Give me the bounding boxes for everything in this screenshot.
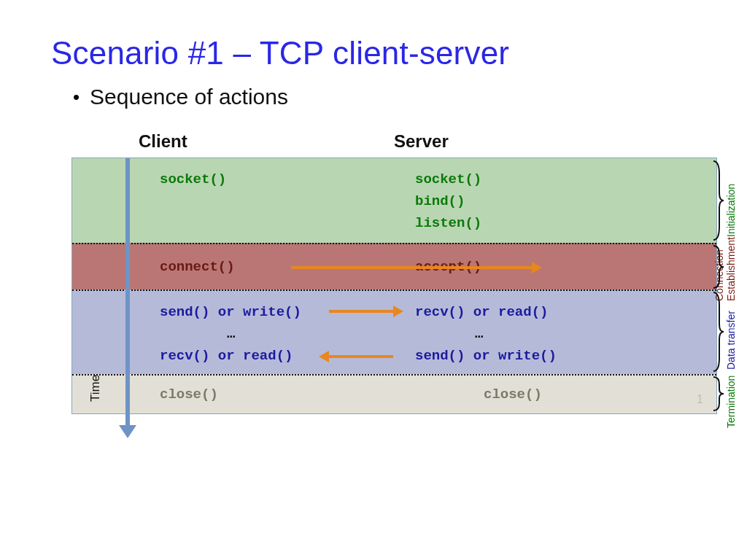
call-socket-server: socket() bbox=[415, 168, 716, 190]
call-socket-client: socket() bbox=[160, 168, 415, 190]
data-client-col: send() or write() … recv() or read() bbox=[72, 291, 415, 374]
ellipsis-client: … bbox=[160, 323, 415, 345]
init-client-col: socket() bbox=[72, 158, 415, 243]
data-server-col: recv() or read() … send() or write() bbox=[415, 291, 716, 374]
phase-init-label: Initialization bbox=[725, 167, 737, 237]
call-close-client: close() bbox=[160, 386, 218, 402]
arrow-recv-from-send bbox=[329, 355, 393, 358]
phase-est-label: Connection Establishment bbox=[713, 231, 737, 301]
term-server-col: close() bbox=[415, 376, 716, 413]
call-recv-server: recv() or read() bbox=[415, 301, 716, 323]
ellipsis-server: … bbox=[415, 323, 716, 345]
call-connect: connect() bbox=[160, 259, 235, 275]
bullet-marker: • bbox=[73, 88, 80, 106]
call-listen: listen() bbox=[415, 212, 716, 234]
init-band: socket() socket() bind() listen() bbox=[72, 158, 716, 243]
slide-title: Scenario #1 – TCP client-server bbox=[51, 35, 703, 71]
sequence-diagram: socket() socket() bind() listen() connec… bbox=[71, 158, 717, 414]
bullet-item: • Sequence of actions bbox=[51, 85, 703, 109]
client-header: Client bbox=[51, 131, 394, 152]
phase-term-label: Termination bbox=[725, 370, 737, 428]
arrow-connect-to-accept bbox=[291, 266, 532, 269]
time-label: Time bbox=[88, 375, 103, 402]
data-band: send() or write() … recv() or read() rec… bbox=[72, 289, 716, 374]
bullet-text: Sequence of actions bbox=[90, 85, 288, 109]
arrow-send-to-recv bbox=[329, 310, 393, 313]
term-band: close() close() bbox=[72, 374, 716, 413]
column-headers: Client Server bbox=[51, 131, 703, 158]
phase-data-label: Data transfer bbox=[725, 300, 737, 370]
call-send-server: send() or write() bbox=[415, 345, 716, 367]
term-client-col: close() bbox=[72, 376, 415, 413]
establish-band: connect() accept() bbox=[72, 243, 716, 289]
server-header: Server bbox=[394, 131, 449, 152]
init-server-col: socket() bind() listen() bbox=[415, 158, 716, 243]
call-close-server: close() bbox=[484, 386, 542, 402]
call-bind: bind() bbox=[415, 190, 716, 212]
slide-number: 1 bbox=[697, 393, 703, 406]
